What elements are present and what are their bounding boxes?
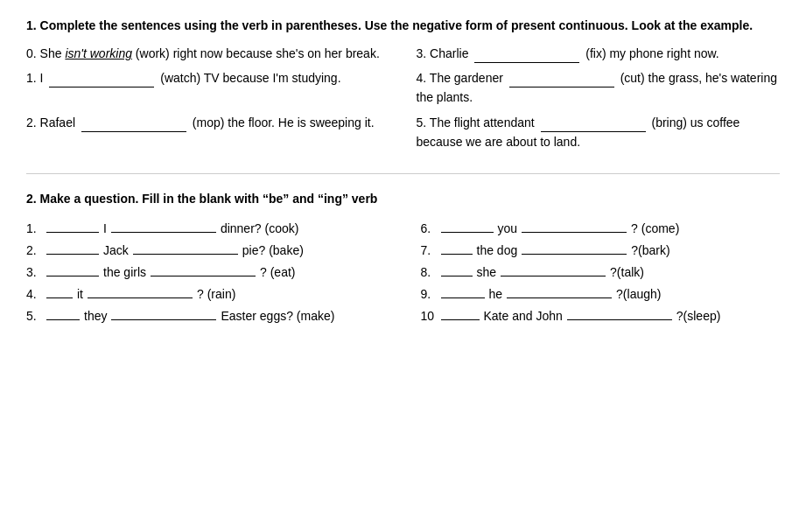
exercise1-item-1: 1. I (watch) TV because I'm studying. [26,68,390,108]
blank-q9a[interactable] [441,298,485,298]
q-text: ?(talk) [610,262,644,284]
q-item-8: 8. she ?(talk) [421,262,781,284]
q-num: 7. [421,240,437,262]
blank-1[interactable] [49,87,154,88]
q-item-5: 5. they Easter eggs? (make) [26,305,386,327]
q-num: 4. [26,284,42,305]
exercise2-grid: 1. I dinner? (cook) 2. Jack pie? (bake) … [26,218,780,328]
blank-q8a[interactable] [441,276,473,276]
blank-q3a[interactable] [46,276,99,276]
q-item-6: 6. you ? (come) [421,218,781,240]
q-item-1: 1. I dinner? (cook) [26,218,386,240]
q-text: pie? (bake) [242,240,304,262]
q-text: they [84,305,107,327]
q-num: 5. [26,305,42,327]
blank-q5a[interactable] [46,319,80,320]
q-num: 9. [421,284,437,305]
example-answer: isn't working [65,46,132,60]
blank-4[interactable] [509,87,614,88]
q-text: ?(bark) [631,240,669,262]
q-text: the girls [103,262,146,284]
blank-q2a[interactable] [46,254,99,255]
blank-3[interactable] [474,62,579,63]
blank-q7a[interactable] [441,254,473,255]
q-text: the dog [477,240,518,262]
q-text: it [77,284,83,305]
blank-q7b[interactable] [522,254,627,255]
item-num: 0. [26,46,37,60]
q-item-2: 2. Jack pie? (bake) [26,240,386,262]
q-text: she [477,262,497,284]
q-item-4: 4. it ? (rain) [26,284,386,305]
exercise1-item-2: 2. Rafael (mop) the floor. He is sweepin… [26,113,390,152]
q-num: 6. [421,218,437,240]
q-text: ? (come) [631,218,679,240]
blank-2[interactable] [81,131,186,132]
blank-q2b[interactable] [133,254,238,255]
blank-q9b[interactable] [507,298,612,298]
q-item-9: 9. he ?(laugh) [421,284,781,305]
q-item-7: 7. the dog ?(bark) [421,240,781,262]
item-num: 1. [26,71,37,85]
blank-q1b[interactable] [111,232,216,233]
q-text: ?(laugh) [616,284,661,305]
q-text: ?(sleep) [676,305,721,327]
q-text: Kate and John [484,305,563,327]
q-num: 10 [421,305,437,327]
q-text: ? (eat) [260,262,295,284]
exercise1-grid: 0. She isn't working (work) right now be… [26,44,780,152]
blank-q10a[interactable] [441,319,480,320]
q-num: 3. [26,262,42,284]
item-num: 5. [417,116,427,130]
blank-q6a[interactable] [441,232,494,233]
blank-5[interactable] [541,131,646,132]
exercise2-right: 6. you ? (come) 7. the dog ?(bark) 8. sh… [421,218,781,328]
section1: 1. Complete the sentences using the verb… [26,18,780,152]
blank-q6b[interactable] [522,232,627,233]
blank-q4a[interactable] [46,298,73,298]
q-text: I [103,218,107,240]
blank-q1a[interactable] [46,232,99,233]
blank-q5b[interactable] [111,319,216,320]
exercise2-left: 1. I dinner? (cook) 2. Jack pie? (bake) … [26,218,386,328]
item-num: 3. [417,46,427,60]
q-text: he [489,284,503,305]
q-item-3: 3. the girls ? (eat) [26,262,386,284]
blank-q4b[interactable] [88,298,193,298]
section2-title: 2. Make a question. Fill in the blank wi… [26,192,780,206]
section1-title: 1. Complete the sentences using the verb… [26,18,780,35]
q-text: Jack [103,240,129,262]
q-text: you [498,218,518,240]
blank-q10b[interactable] [567,319,672,320]
q-num: 8. [421,262,437,284]
blank-q3b[interactable] [151,276,256,276]
item-num: 2. [26,116,37,130]
exercise1-item-0: 0. She isn't working (work) right now be… [26,44,390,63]
section-divider [26,173,780,174]
blank-q8b[interactable] [501,276,606,276]
q-text: dinner? (cook) [221,218,299,240]
item-num: 4. [417,71,427,85]
q-num: 2. [26,240,42,262]
q-item-10: 10 Kate and John ?(sleep) [421,305,781,327]
exercise1-item-4: 4. The gardener (cut) the grass, he's wa… [417,68,781,108]
exercise1-item-5: 5. The flight attendant (bring) us coffe… [417,113,781,152]
q-text: ? (rain) [197,284,235,305]
exercise1-item-3: 3. Charlie (fix) my phone right now. [417,44,781,63]
section2: 2. Make a question. Fill in the blank wi… [26,192,780,328]
q-text: Easter eggs? (make) [221,305,334,327]
q-num: 1. [26,218,42,240]
